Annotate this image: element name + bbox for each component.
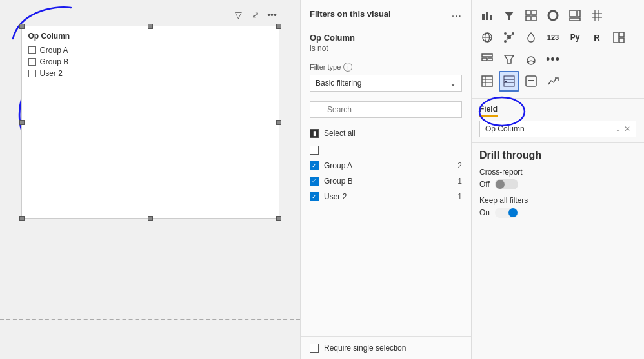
card-icon[interactable] — [521, 71, 541, 92]
svg-line-24 — [507, 35, 508, 36]
keep-filters-toggle[interactable] — [495, 208, 518, 218]
svg-line-26 — [507, 39, 508, 40]
drill-title: Drill through — [479, 150, 636, 161]
close-icon[interactable]: ✕ — [624, 124, 630, 133]
more-visuals-icon[interactable]: ••• — [543, 49, 563, 70]
item-checkbox-2[interactable] — [28, 58, 36, 66]
require-single-row: Require single selection — [310, 344, 462, 353]
svg-rect-34 — [482, 76, 492, 86]
matrix-icon[interactable] — [587, 5, 607, 26]
svg-rect-41 — [505, 81, 507, 82]
gauge-icon[interactable] — [521, 49, 541, 70]
resize-handle-ml[interactable] — [19, 120, 25, 125]
group-b-checkbox[interactable]: ✓ — [310, 177, 319, 186]
resize-handle-br[interactable] — [276, 216, 281, 221]
network-icon[interactable] — [499, 27, 519, 48]
cross-report-label: Cross-report — [479, 168, 636, 177]
resize-handle-bm[interactable] — [148, 216, 153, 221]
visual-item-2: Group B — [28, 56, 272, 68]
filter-item-user2[interactable]: ✓ User 2 1 — [310, 189, 462, 204]
globe-icon[interactable] — [477, 27, 498, 48]
filter-type-block: Filter type i Basic filtering ⌄ — [301, 57, 471, 97]
visual-container: ▽ ⤢ ••• Op Column Group A Group B User 2 — [21, 26, 279, 219]
select-all-checkbox[interactable]: ▮ — [310, 129, 319, 138]
visual-toolbar: ▽ ⤢ ••• — [232, 8, 279, 21]
filter-item-group-a[interactable]: ✓ Group A 2 — [310, 158, 462, 173]
filter-header-more[interactable]: ... — [452, 8, 462, 19]
filter-bottom: Require single selection — [301, 336, 471, 359]
slicer-icon[interactable] — [499, 71, 519, 92]
resize-handle-mr[interactable] — [276, 120, 281, 125]
filter-header: Filters on this visual ... — [301, 0, 471, 26]
more-icon[interactable]: ••• — [266, 8, 279, 21]
dashed-separator — [0, 319, 300, 320]
svg-rect-30 — [482, 54, 492, 57]
group-a-count: 2 — [458, 161, 462, 170]
visual-field-title: Op Column — [28, 32, 272, 41]
filter-list-block: ▮ Select all ✓ Group A 2 ✓ Group B 1 ✓ — [301, 122, 471, 336]
viz-row-2: 123 Py R — [477, 27, 639, 48]
svg-line-25 — [510, 35, 512, 36]
filter-search-wrapper: 🔍 — [310, 101, 462, 118]
cross-report-item: Cross-report Off — [479, 168, 636, 189]
filter-field-block: Op Column is not — [301, 26, 471, 57]
cross-report-toggle-row: Off — [479, 179, 636, 189]
svg-marker-4 — [505, 12, 514, 20]
filter-type-label: Filter type i — [310, 63, 462, 72]
require-single-checkbox[interactable] — [310, 344, 319, 353]
viz-row-3: ••• — [477, 49, 639, 70]
treemap-icon[interactable] — [565, 5, 585, 26]
svg-rect-1 — [482, 14, 485, 20]
resize-handle-tl[interactable] — [19, 24, 25, 29]
resize-handle-bl[interactable] — [19, 216, 25, 221]
cross-report-toggle[interactable] — [495, 179, 518, 189]
checkmark-icon-u2: ✓ — [312, 193, 317, 200]
svg-point-22 — [512, 32, 514, 35]
focus-icon[interactable]: ⤢ — [249, 8, 262, 21]
keep-filters-item: Keep all filters On — [479, 196, 636, 218]
svg-rect-27 — [614, 32, 618, 43]
select-all-row[interactable]: ▮ Select all — [310, 125, 462, 142]
filter-type-info-icon[interactable]: i — [343, 63, 352, 72]
filter-icon[interactable]: ▽ — [232, 8, 245, 21]
item-checkbox-1[interactable] — [28, 46, 36, 54]
filter-search-input[interactable] — [310, 101, 462, 118]
filter-viz-icon[interactable] — [499, 5, 519, 26]
checkmark-icon-a: ✓ — [312, 162, 317, 169]
funnel-icon[interactable] — [499, 49, 519, 70]
empty-row-checkbox[interactable] — [310, 146, 319, 155]
filter-type-dropdown[interactable]: Basic filtering ⌄ — [310, 75, 462, 92]
bar-chart-icon[interactable] — [477, 5, 498, 26]
table-icon[interactable] — [477, 71, 498, 92]
resize-handle-tr[interactable] — [276, 24, 281, 29]
user2-checkbox[interactable]: ✓ — [310, 192, 319, 201]
svg-rect-5 — [526, 10, 530, 15]
donut-chart-icon[interactable] — [543, 5, 563, 26]
svg-point-21 — [504, 32, 507, 35]
field-value-dropdown[interactable]: Op Column ⌄ ✕ — [479, 121, 636, 137]
field-section-label: Field — [479, 104, 498, 117]
viz-row-4 — [477, 71, 639, 92]
group-a-checkbox[interactable]: ✓ — [310, 161, 319, 170]
field-dropdown-icons: ⌄ ✕ — [615, 124, 630, 133]
group-b-count: 1 — [458, 177, 462, 186]
item-checkbox-3[interactable] — [28, 70, 36, 77]
resize-handle-tm[interactable] — [148, 24, 153, 29]
number-123-icon[interactable]: 123 — [543, 27, 563, 48]
python-icon[interactable]: Py — [565, 27, 585, 48]
split-icon[interactable] — [609, 27, 629, 48]
visual-content: Op Column Group A Group B User 2 — [22, 26, 279, 84]
filter-panel: Filters on this visual ... Op Column is … — [300, 0, 471, 359]
visual-item-1: Group A — [28, 44, 272, 56]
hierarchy-icon[interactable] — [477, 49, 498, 70]
table-grouped-icon[interactable] — [521, 5, 541, 26]
kpi-icon[interactable] — [543, 71, 563, 92]
r-icon[interactable]: R — [587, 27, 607, 48]
map-icon[interactable] — [521, 27, 541, 48]
svg-rect-32 — [488, 58, 492, 61]
filter-item-group-b[interactable]: ✓ Group B 1 — [310, 173, 462, 189]
keep-filters-toggle-label: On — [479, 208, 490, 217]
viz-toolbar: 123 Py R ••• — [472, 0, 644, 99]
svg-rect-29 — [619, 38, 624, 43]
visual-item-3: User 2 — [28, 68, 272, 79]
